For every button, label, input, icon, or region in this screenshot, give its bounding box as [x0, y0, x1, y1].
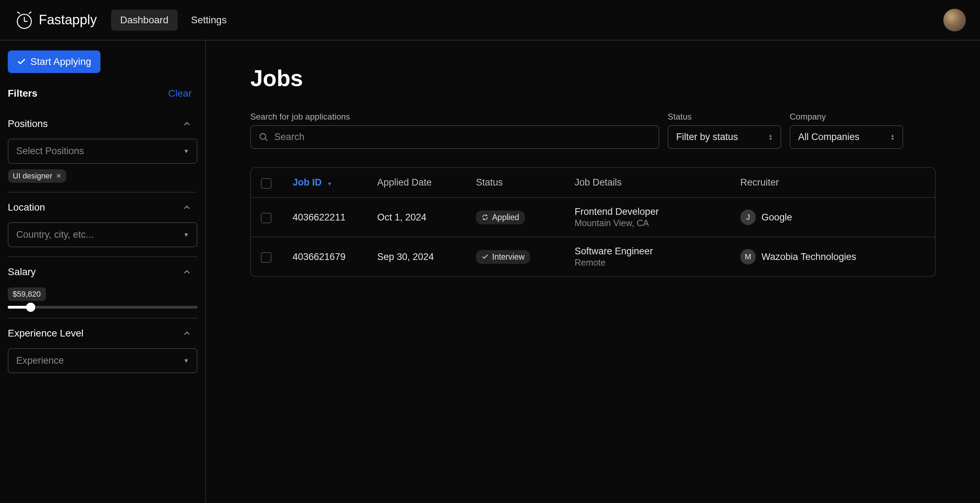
chevron-up-icon — [182, 203, 192, 212]
col-job-details[interactable]: Job Details — [565, 168, 730, 198]
filter-experience: Experience Level Experience ▼ — [8, 318, 197, 382]
location-placeholder: Country, city, etc... — [16, 229, 94, 240]
recruiter-company: Wazobia Technologies — [761, 251, 856, 262]
user-avatar[interactable] — [943, 9, 966, 31]
experience-placeholder: Experience — [16, 355, 64, 366]
filters-title: Filters — [8, 88, 37, 99]
status-field-group: Status Filter by status ▲▼ — [668, 112, 781, 149]
sort-icon: ▲▼ — [768, 134, 773, 141]
top-nav: Fastapply Dashboard Settings — [0, 0, 980, 41]
nav-links: Dashboard Settings — [111, 10, 236, 31]
svg-line-6 — [265, 138, 267, 141]
col-applied-date[interactable]: Applied Date — [368, 168, 466, 198]
table-header-row: Job ID ▼ Applied Date Status Job Details… — [251, 168, 935, 198]
dropdown-icon: ▼ — [183, 358, 189, 364]
table-row[interactable]: 4036622211 Oct 1, 2024 Applied — [251, 198, 935, 237]
status-label: Status — [668, 112, 781, 122]
svg-line-4 — [29, 12, 31, 13]
nav-dashboard[interactable]: Dashboard — [111, 10, 178, 31]
status-badge: Interview — [476, 250, 530, 264]
start-applying-button[interactable]: Start Applying — [8, 50, 100, 73]
recruiter-avatar: J — [740, 209, 756, 225]
col-select — [251, 168, 283, 198]
filter-positions-toggle[interactable]: Positions — [8, 118, 197, 129]
dropdown-icon: ▼ — [183, 148, 189, 155]
filter-salary-toggle[interactable]: Salary — [8, 266, 197, 278]
refresh-icon — [482, 214, 488, 221]
chevron-up-icon — [182, 328, 192, 338]
chevron-up-icon — [182, 267, 192, 277]
filter-salary-title: Salary — [8, 266, 36, 278]
position-chip-label: UI designer — [13, 171, 52, 180]
cell-recruiter: J Google — [740, 209, 925, 225]
status-value: Filter by status — [676, 132, 738, 142]
sort-icon: ▲▼ — [891, 134, 895, 141]
sort-desc-icon: ▼ — [327, 181, 332, 187]
svg-line-3 — [17, 12, 20, 13]
search-input-wrap — [250, 125, 659, 149]
filter-positions-title: Positions — [8, 118, 48, 129]
company-value: All Companies — [798, 132, 859, 142]
chip-remove-icon[interactable]: ✕ — [56, 173, 61, 179]
positions-select[interactable]: Select Positions ▼ — [8, 139, 197, 164]
cell-job-id: 4036622211 — [283, 198, 368, 237]
status-select[interactable]: Filter by status ▲▼ — [668, 125, 781, 149]
positions-placeholder: Select Positions — [16, 146, 84, 156]
brand-name: Fastapply — [39, 12, 97, 27]
status-badge: Applied — [476, 211, 525, 224]
jobs-table: Job ID ▼ Applied Date Status Job Details… — [250, 167, 935, 277]
location-select[interactable]: Country, city, etc... ▼ — [8, 222, 197, 247]
search-row: Search for job applications Status Filte… — [250, 112, 935, 149]
cell-recruiter: M Wazobia Technologies — [740, 249, 925, 265]
filter-location: Location Country, city, etc... ▼ — [8, 192, 197, 256]
search-icon — [259, 132, 269, 142]
salary-slider[interactable] — [8, 306, 197, 309]
filter-location-title: Location — [8, 202, 45, 213]
sidebar: Start Applying Filters Clear Positions S… — [0, 41, 206, 503]
nav-settings[interactable]: Settings — [182, 10, 236, 31]
col-status[interactable]: Status — [466, 168, 565, 198]
filter-experience-title: Experience Level — [8, 328, 84, 339]
select-all-checkbox[interactable] — [261, 178, 271, 189]
cell-date: Oct 1, 2024 — [368, 198, 466, 237]
col-job-id[interactable]: Job ID ▼ — [283, 168, 368, 198]
table-row[interactable]: 4036621679 Sep 30, 2024 Interview So — [251, 237, 935, 276]
search-input[interactable] — [274, 132, 651, 142]
chevron-up-icon — [182, 119, 192, 129]
recruiter-company: Google — [761, 212, 792, 223]
filters-header: Filters Clear — [8, 88, 197, 99]
svg-point-5 — [260, 133, 266, 139]
salary-value-badge: $59,820 — [8, 287, 46, 301]
page-title: Jobs — [250, 65, 935, 91]
search-label: Search for job applications — [250, 112, 659, 122]
search-field-group: Search for job applications — [250, 112, 659, 149]
salary-slider-thumb[interactable] — [26, 303, 35, 312]
brand[interactable]: Fastapply — [14, 10, 97, 30]
check-icon — [17, 57, 26, 66]
cell-job-details: Software Engineer Remote — [565, 237, 730, 276]
recruiter-avatar: M — [740, 249, 756, 265]
main-content: Jobs Search for job applications Status … — [206, 41, 980, 503]
check-icon — [482, 253, 488, 260]
company-select[interactable]: All Companies ▲▼ — [790, 125, 903, 149]
cell-job-id: 4036621679 — [283, 237, 368, 276]
filter-experience-toggle[interactable]: Experience Level — [8, 328, 197, 339]
row-checkbox[interactable] — [261, 252, 271, 263]
cell-date: Sep 30, 2024 — [368, 237, 466, 276]
brand-logo-icon — [14, 10, 35, 30]
company-field-group: Company All Companies ▲▼ — [790, 112, 903, 149]
experience-select[interactable]: Experience ▼ — [8, 348, 197, 373]
row-checkbox[interactable] — [261, 213, 271, 223]
start-applying-label: Start Applying — [30, 56, 91, 67]
dropdown-icon: ▼ — [183, 232, 189, 238]
col-recruiter[interactable]: Recruiter — [730, 168, 935, 198]
filter-salary: Salary $59,820 — [8, 256, 197, 318]
company-label: Company — [790, 112, 903, 122]
filter-positions: Positions Select Positions ▼ UI designer… — [8, 109, 197, 192]
clear-filters-link[interactable]: Clear — [168, 88, 197, 99]
position-chip: UI designer ✕ — [8, 169, 66, 183]
filter-location-toggle[interactable]: Location — [8, 202, 197, 213]
cell-job-details: Frontend Developer Mountain View, CA — [565, 198, 730, 237]
